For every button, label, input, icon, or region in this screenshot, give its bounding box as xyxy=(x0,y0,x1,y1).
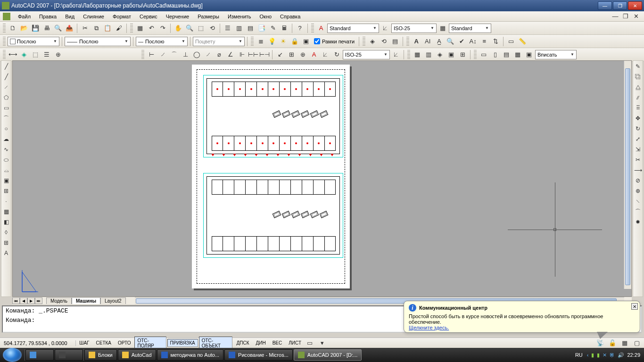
plotstyle-combo[interactable]: Поцвету▼ xyxy=(193,37,245,46)
viewport5-icon[interactable]: ▣ xyxy=(524,49,534,60)
pan-icon[interactable]: ✋ xyxy=(173,23,183,33)
mirror-icon[interactable]: ⧋ xyxy=(633,82,643,92)
circle-icon[interactable]: ○ xyxy=(1,124,11,133)
dim-diameter-icon[interactable]: ⌀ xyxy=(214,49,224,60)
find-icon[interactable]: 🔍 xyxy=(445,36,455,47)
spell-icon[interactable]: ✔ xyxy=(456,36,467,47)
layer-prev-icon[interactable]: ⟲ xyxy=(379,36,389,47)
dimstyle-icon[interactable]: ⟀ xyxy=(380,23,390,33)
lock-icon[interactable]: 🔓 xyxy=(607,338,618,348)
polygon-icon[interactable]: ⬠ xyxy=(1,93,11,102)
coordinates[interactable]: 504.1727, 79.5534 , 0.0000 xyxy=(2,340,76,346)
tab-first-button[interactable]: ⏮ xyxy=(12,297,20,304)
toolbar-grip[interactable] xyxy=(141,50,144,59)
toolbar-grip[interactable] xyxy=(130,24,133,33)
dim-linear-icon[interactable]: ⊢ xyxy=(146,49,157,60)
cut-icon[interactable]: ✂ xyxy=(80,23,90,33)
balloon-link[interactable]: Щелкните здесь. xyxy=(409,325,449,330)
gradient-icon[interactable]: ◧ xyxy=(1,217,11,227)
dim-arc-icon[interactable]: ⌒ xyxy=(169,49,179,60)
menu-слияние[interactable]: Слияние xyxy=(79,13,108,20)
qdim-icon[interactable]: ⊩ xyxy=(237,49,247,60)
drawing-area[interactable] xyxy=(12,60,632,297)
clock[interactable]: 22:29 xyxy=(627,352,640,358)
start-button[interactable] xyxy=(3,348,22,362)
tray-bt-icon[interactable]: ⨯ xyxy=(603,352,607,358)
menu-файл[interactable]: Файл xyxy=(14,13,34,20)
toolbar-config-icon[interactable]: ▦ xyxy=(619,338,630,348)
tray-shield-icon[interactable]: ⛨ xyxy=(610,352,615,358)
dim-radius-icon[interactable]: ◯ xyxy=(191,49,202,60)
tab-last-button[interactable]: ⏭ xyxy=(35,297,42,304)
dim-angular-icon[interactable]: ∠ xyxy=(225,49,236,60)
polyline-icon[interactable]: ⟋ xyxy=(1,82,11,92)
menu-правка[interactable]: Правка xyxy=(35,13,60,20)
list-icon[interactable]: ☰ xyxy=(41,49,52,60)
array-icon[interactable]: ⠿ xyxy=(633,103,643,113)
toolbar-grip[interactable] xyxy=(3,50,6,59)
mtext-icon[interactable]: A xyxy=(411,36,421,47)
markup-icon[interactable]: ✎ xyxy=(268,23,278,33)
menu-формат[interactable]: Формат xyxy=(109,13,135,20)
taskbar-button[interactable]: методичка по Auto... xyxy=(157,349,224,361)
quicklaunch-1[interactable] xyxy=(25,349,54,361)
taskbar-button[interactable]: AutoCad xyxy=(118,349,156,361)
viewport-icon[interactable]: ▭ xyxy=(479,49,489,60)
status-toggle-орто[interactable]: ОРТО xyxy=(115,339,133,347)
revcloud-icon[interactable]: ☁ xyxy=(1,134,11,144)
break-icon[interactable]: ⊘ xyxy=(633,176,643,185)
justify-icon[interactable]: ≡ xyxy=(479,36,489,47)
linetype-combo-1[interactable]: Послою▼ xyxy=(8,37,59,46)
layout-tab-layout2[interactable]: Layout2 xyxy=(100,297,126,304)
spacing-icon[interactable]: ⇅ xyxy=(490,36,501,47)
toolbar-grip[interactable] xyxy=(251,37,254,46)
view-icon[interactable]: ▦ xyxy=(412,49,422,60)
menu-изменить[interactable]: Изменить xyxy=(224,13,255,20)
status-toggle-дин[interactable]: ДИН xyxy=(253,339,269,347)
dist-icon[interactable]: ⟷ xyxy=(8,49,18,60)
status-toggle-сетка[interactable]: СЕТКА xyxy=(93,339,115,347)
zoom-window-icon[interactable]: ⬚ xyxy=(196,23,206,33)
model-paper-toggle-icon[interactable]: ▭ xyxy=(305,338,315,348)
mdi-restore-button[interactable]: ❐ xyxy=(620,11,631,22)
layer-tool-icon[interactable]: ◈ xyxy=(367,36,378,47)
tab-next-button[interactable]: ▶ xyxy=(27,297,35,304)
center-mark-icon[interactable]: ⊕ xyxy=(297,49,308,60)
dim-aligned-icon[interactable]: ⟋ xyxy=(157,49,168,60)
id-icon[interactable]: ⊕ xyxy=(53,49,63,60)
taskbar-button[interactable]: Рисование - Micros... xyxy=(224,349,293,361)
dim-ord-icon[interactable]: ⊥ xyxy=(180,49,190,60)
viewport2-icon[interactable]: ▯ xyxy=(490,49,500,60)
menu-черчение[interactable]: Черчение xyxy=(162,13,193,20)
erase-icon[interactable]: ✎ xyxy=(633,62,643,71)
ruler-icon[interactable]: 📏 xyxy=(517,36,528,47)
tray-network-icon[interactable]: ▮ xyxy=(591,352,594,358)
rotate-icon[interactable]: ↻ xyxy=(633,124,643,133)
status-toggle-привязка[interactable]: ПРИВЯЗКА xyxy=(167,339,198,347)
menu-размеры[interactable]: Размеры xyxy=(194,13,223,20)
mdi-minimize-button[interactable]: — xyxy=(610,11,620,22)
preview-icon[interactable]: 🔍 xyxy=(53,23,63,33)
region-icon[interactable]: ◊ xyxy=(1,228,11,237)
dim-edit-icon[interactable]: A xyxy=(309,49,319,60)
stretch-icon[interactable]: ⇲ xyxy=(633,145,643,154)
toolbar-grip[interactable] xyxy=(3,24,6,33)
dim-style-combo-2[interactable]: ISO-25▼ xyxy=(343,50,390,59)
statusbar-menu-icon[interactable]: ▾ xyxy=(317,338,327,348)
move-icon[interactable]: ✥ xyxy=(633,114,643,123)
fillet-icon[interactable]: ⌒ xyxy=(633,207,643,216)
new-icon[interactable]: 🗋 xyxy=(8,23,18,33)
status-toggle-дпск[interactable]: ДПСК xyxy=(233,339,252,347)
offset-icon[interactable]: ⫽ xyxy=(633,93,643,102)
text-icon[interactable]: AI xyxy=(422,36,433,47)
lineweight-combo[interactable]: —Послою▼ xyxy=(136,37,188,46)
dim-style-combo[interactable]: ISO-25▼ xyxy=(391,24,437,33)
zoom-realtime-icon[interactable]: 🔍 xyxy=(184,23,195,33)
tablestyle-icon[interactable]: ▦ xyxy=(438,23,448,33)
extend-icon[interactable]: ⟶ xyxy=(633,165,643,175)
copy-obj-icon[interactable]: ⿻ xyxy=(633,72,643,82)
toolbar-grip[interactable] xyxy=(363,37,365,46)
join-icon[interactable]: ⊕ xyxy=(633,186,643,196)
explode-icon[interactable]: ✸ xyxy=(633,217,643,227)
toolpalettes-icon[interactable]: ▤ xyxy=(245,23,256,33)
